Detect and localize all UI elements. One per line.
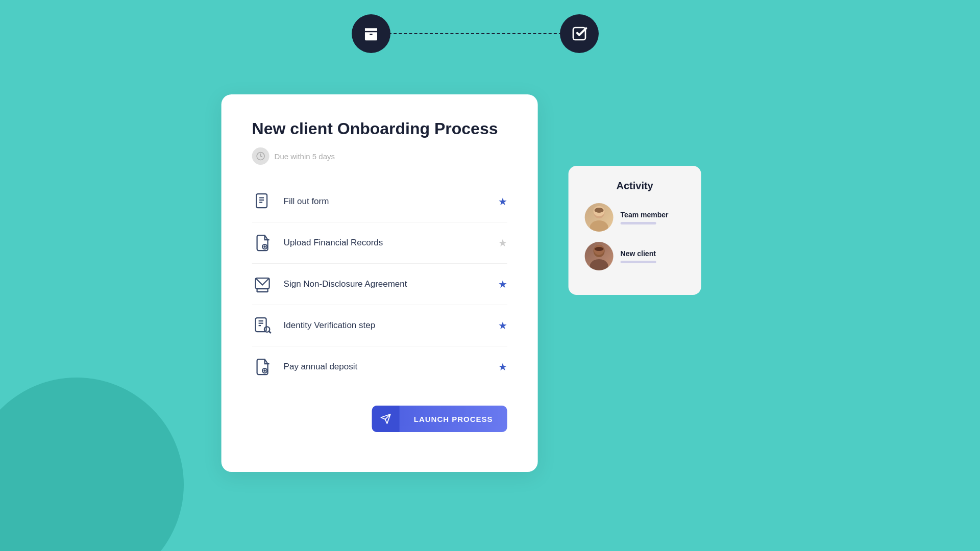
task-item-sign-nda[interactable]: Sign Non-Disclosure Agreement ★ (252, 264, 507, 305)
task-item-pay-deposit[interactable]: Pay annual deposit ★ (252, 346, 507, 387)
background-blob (0, 378, 184, 551)
launch-button-label: LAUNCH PROCESS (400, 415, 507, 423)
svg-line-15 (269, 332, 271, 334)
onboarding-card: New client Onboarding Process Due within… (222, 94, 538, 472)
launch-process-button[interactable]: LAUNCH PROCESS (372, 406, 507, 432)
task-label-identity-verify: Identity Verification step (284, 320, 489, 331)
launch-button-container: LAUNCH PROCESS (252, 406, 507, 432)
task-item-upload-records[interactable]: Upload Financial Records ★ (252, 222, 507, 264)
archive-step-icon[interactable] (352, 14, 390, 53)
activity-member-1: Team member (585, 203, 685, 232)
team-member-name: Team member (621, 211, 669, 219)
avatar-team-member (585, 203, 614, 232)
envelope-icon (252, 273, 275, 295)
team-member-progress (621, 222, 656, 224)
activity-title: Activity (585, 180, 685, 192)
task-item-identity-verify[interactable]: Identity Verification step ★ (252, 305, 507, 346)
card-title: New client Onboarding Process (252, 119, 507, 138)
deposit-doc-icon (252, 356, 275, 378)
svg-point-14 (264, 327, 270, 333)
activity-card: Activity Team member (569, 166, 701, 295)
step-connector (388, 33, 562, 34)
star-fill-form[interactable]: ★ (498, 195, 507, 208)
step-icons-row (352, 14, 599, 53)
check-step-icon[interactable] (560, 14, 599, 53)
form-icon (252, 190, 275, 213)
team-member-info: Team member (621, 211, 669, 224)
new-client-name: New client (621, 249, 656, 258)
task-label-sign-nda: Sign Non-Disclosure Agreement (284, 279, 489, 289)
svg-point-26 (595, 247, 604, 251)
svg-point-20 (590, 220, 608, 232)
svg-rect-2 (256, 194, 267, 208)
main-container: New client Onboarding Process Due within… (222, 79, 701, 472)
task-item-fill-form[interactable]: Fill out form ★ (252, 181, 507, 222)
task-label-upload-records: Upload Financial Records (284, 238, 489, 248)
activity-member-2: New client (585, 242, 685, 270)
clock-icon (252, 147, 270, 165)
launch-icon (372, 406, 400, 432)
new-client-progress (621, 261, 656, 263)
new-client-info: New client (621, 249, 656, 263)
svg-point-22 (595, 208, 604, 213)
task-label-pay-deposit: Pay annual deposit (284, 362, 489, 372)
star-identity-verify[interactable]: ★ (498, 319, 507, 332)
upload-doc-icon (252, 232, 275, 254)
task-list: Fill out form ★ Upload Financial Records… (252, 181, 507, 387)
star-sign-nda[interactable]: ★ (498, 278, 507, 290)
due-date-row: Due within 5 days (252, 147, 507, 165)
svg-point-23 (590, 259, 608, 270)
star-pay-deposit[interactable]: ★ (498, 361, 507, 373)
due-date-text: Due within 5 days (275, 152, 335, 161)
avatar-new-client (585, 242, 614, 270)
search-doc-icon (252, 314, 275, 337)
star-upload-records[interactable]: ★ (498, 237, 507, 249)
task-label-fill-form: Fill out form (284, 196, 489, 207)
